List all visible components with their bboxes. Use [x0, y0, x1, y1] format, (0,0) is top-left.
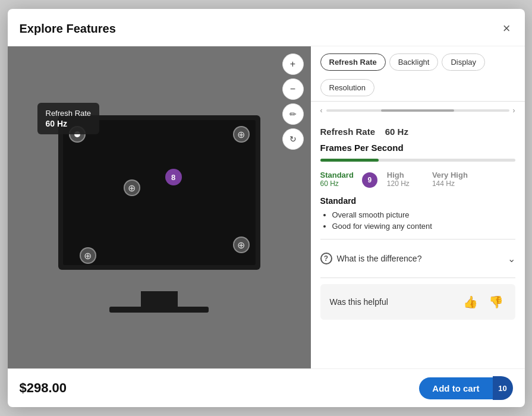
fps-badge-container: 9 — [362, 170, 377, 188]
feature-list: Overall smooth picture Good for viewing … — [320, 210, 515, 231]
modal-title: Explore Features — [20, 22, 116, 36]
thumbs-up-icon: 👍 — [463, 295, 478, 308]
divider — [320, 239, 515, 239]
fps-standard: Standard 60 Hz — [320, 171, 354, 188]
right-panel: Refresh Rate Backlight Display Resolutio… — [311, 46, 525, 368]
refresh-rate-label-text: Refresh Rate — [320, 127, 376, 137]
helpful-section: Was this helpful 👍 👎 — [320, 284, 515, 320]
close-button[interactable]: × — [500, 18, 513, 39]
hotspot-plus-icon-2: ⊕ — [128, 182, 136, 194]
hotspot-number-8[interactable]: 8 — [165, 169, 182, 185]
left-panel: + − ✏ ↻ Refresh Rate 60 Hz — [8, 46, 311, 368]
tv-stand-neck — [141, 291, 178, 307]
thumbs-up-button[interactable]: 👍 — [461, 292, 480, 311]
tv-container: ⊕ ⊕ 8 ⊕ — [46, 115, 272, 317]
refresh-rate-info: Refresh Rate 60 Hz — [320, 127, 515, 137]
hotspot-bottom-right[interactable]: ⊕ — [233, 237, 250, 253]
fps-very-high-hz: 144 Hz — [432, 179, 455, 188]
feature-tooltip: Refresh Rate 60 Hz — [37, 103, 100, 134]
hotspot-8-label: 8 — [171, 173, 175, 182]
hotspot-bottom-left[interactable]: ⊕ — [80, 247, 96, 264]
scroll-indicator: ‹ › — [311, 102, 525, 119]
tv-screen — [63, 120, 256, 265]
hotspot-center-left[interactable]: ⊕ — [124, 179, 140, 196]
scroll-right-arrow[interactable]: › — [513, 106, 515, 115]
scroll-left-arrow[interactable]: ‹ — [320, 106, 323, 115]
divider-2 — [320, 278, 515, 278]
zoom-out-icon: − — [290, 84, 295, 94]
add-to-cart-button[interactable]: Add to cart — [419, 377, 492, 399]
modal-footer: $298.00 Add to cart 10 — [8, 368, 525, 407]
add-to-cart-wrapper: Add to cart 10 — [419, 376, 512, 400]
scroll-track — [326, 109, 509, 112]
rotate-button[interactable]: ↻ — [282, 128, 304, 150]
tooltip-label: Refresh Rate — [46, 109, 92, 118]
pen-button[interactable]: ✏ — [282, 103, 304, 125]
accordion-label: What is the difference? — [337, 254, 422, 263]
rotate-icon: ↻ — [289, 134, 297, 144]
explore-features-modal: Explore Features × + − ✏ — [8, 9, 525, 407]
scroll-thumb — [381, 109, 454, 112]
fps-very-high-label: Very High — [432, 171, 468, 179]
tab-refresh-rate[interactable]: Refresh Rate — [320, 53, 386, 71]
zoom-in-button[interactable]: + — [282, 53, 304, 75]
fps-bar-container — [320, 159, 515, 162]
accordion-row[interactable]: ? What is the difference? ⌄ — [320, 245, 515, 272]
helpful-label: Was this helpful — [330, 297, 388, 307]
tab-resolution[interactable]: Resolution — [320, 79, 374, 96]
fps-high-label: High — [387, 171, 404, 179]
hotspot-plus-icon-3: ⊕ — [237, 239, 245, 251]
tv-body: ⊕ ⊕ 8 ⊕ — [58, 115, 260, 270]
fps-badge: 9 — [362, 172, 377, 188]
tabs-row: Refresh Rate Backlight Display Resolutio… — [311, 46, 525, 102]
zoom-in-icon: + — [290, 59, 295, 70]
modal-header: Explore Features × — [8, 9, 525, 46]
fps-very-high: Very High 144 Hz — [432, 171, 468, 188]
hotspot-plus-icon-4: ⊕ — [84, 250, 92, 261]
helpful-buttons: 👍 👎 — [461, 292, 506, 311]
thumbs-down-icon: 👎 — [489, 295, 503, 308]
feature-item-2: Good for viewing any content — [332, 222, 515, 231]
tab-backlight[interactable]: Backlight — [389, 53, 439, 71]
right-content: Refresh Rate 60 Hz Frames Per Second Sta… — [311, 119, 525, 368]
zoom-out-button[interactable]: − — [282, 78, 304, 100]
zoom-controls: + − ✏ ↻ — [282, 53, 304, 150]
thumbs-down-button[interactable]: 👎 — [486, 292, 506, 311]
fps-options-row: Standard 60 Hz 9 High 120 Hz Very High — [320, 170, 515, 188]
tooltip-value: 60 Hz — [46, 119, 92, 128]
modal-overlay: Explore Features × + − ✏ — [0, 0, 532, 416]
hotspot-top-right[interactable]: ⊕ — [233, 126, 250, 143]
fps-standard-hz: 60 Hz — [320, 179, 339, 188]
refresh-rate-value: 60 Hz — [385, 127, 408, 137]
feature-item-1: Overall smooth picture — [332, 210, 515, 219]
cart-count-badge: 10 — [493, 376, 513, 400]
standard-section-title: Standard — [320, 196, 515, 206]
modal-body: + − ✏ ↻ Refresh Rate 60 Hz — [8, 46, 525, 368]
hotspot-plus-icon: ⊕ — [237, 129, 245, 140]
fps-high-hz: 120 Hz — [387, 179, 410, 188]
tv-stand-base — [109, 307, 209, 313]
fps-title: Frames Per Second — [320, 143, 515, 153]
fps-standard-label: Standard — [320, 171, 354, 179]
fps-high: High 120 Hz — [387, 171, 410, 188]
pen-icon: ✏ — [289, 109, 297, 119]
price: $298.00 — [20, 380, 67, 396]
question-icon: ? — [320, 253, 332, 264]
fps-bar-fill — [320, 159, 379, 162]
chevron-down-icon: ⌄ — [508, 253, 515, 264]
tab-display[interactable]: Display — [442, 53, 485, 71]
accordion-left: ? What is the difference? — [320, 253, 422, 264]
